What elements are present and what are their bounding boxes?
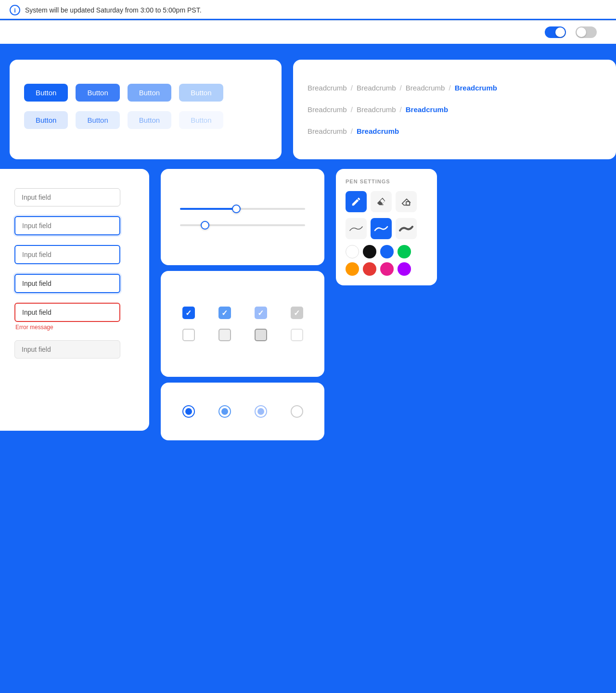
color-blue[interactable] bbox=[380, 245, 394, 258]
btn-secondary-4[interactable]: Button bbox=[179, 111, 223, 129]
bc-sep: / bbox=[351, 127, 353, 135]
pen-tool-pen[interactable] bbox=[346, 191, 367, 212]
error-message: Error message bbox=[15, 324, 135, 331]
pen-tool-eraser-s[interactable] bbox=[371, 191, 392, 212]
input-group-error: Error message bbox=[14, 303, 135, 331]
notification-text: System will be updated Saturday from 3:0… bbox=[25, 6, 202, 14]
bc-sep: / bbox=[351, 105, 353, 114]
checkbox-unchecked-4[interactable] bbox=[291, 329, 303, 341]
color-purple[interactable] bbox=[398, 262, 411, 276]
input-group-disabled bbox=[14, 340, 135, 359]
stroke-thick[interactable] bbox=[396, 218, 417, 239]
radio-selected-med[interactable] bbox=[218, 405, 231, 418]
radio-panel bbox=[161, 383, 324, 440]
checkbox-unchecked-1[interactable] bbox=[182, 329, 195, 341]
pen-strokes-row bbox=[346, 218, 427, 239]
bc-item: Breadcrumb bbox=[308, 127, 347, 135]
bc-active[interactable]: Breadcrumb bbox=[357, 127, 399, 135]
slider-2[interactable] bbox=[180, 224, 305, 226]
bc-sep: / bbox=[400, 105, 402, 114]
btn-primary-3[interactable]: Button bbox=[128, 84, 171, 102]
breadcrumb-panel: Breadcrumb / Breadcrumb / Breadcrumb / B… bbox=[293, 60, 616, 159]
bc-sep: / bbox=[449, 84, 450, 92]
checkbox-checked-blue[interactable]: ✓ bbox=[182, 307, 195, 319]
color-red[interactable] bbox=[363, 262, 376, 276]
color-black[interactable] bbox=[363, 245, 376, 258]
input-group-focused bbox=[14, 216, 135, 235]
slider-1[interactable] bbox=[180, 208, 305, 210]
bc-item: Breadcrumb bbox=[357, 105, 396, 114]
breadcrumb-row-3: Breadcrumb / Breadcrumb bbox=[308, 127, 602, 135]
checkbox-unchecked-2[interactable] bbox=[218, 329, 231, 341]
checkbox-checked-med[interactable]: ✓ bbox=[218, 307, 231, 319]
btn-primary-2[interactable]: Button bbox=[76, 84, 119, 102]
input-focused[interactable] bbox=[14, 216, 120, 235]
btn-primary-1[interactable]: Button bbox=[24, 84, 68, 102]
input-disabled bbox=[14, 340, 120, 359]
bc-item: Breadcrumb bbox=[406, 84, 445, 92]
pen-settings-panel: PEN SETTINGS bbox=[336, 169, 437, 285]
button-row-solid: Button Button Button Button bbox=[24, 84, 267, 102]
info-icon: i bbox=[10, 5, 20, 15]
input-group-default bbox=[14, 188, 135, 206]
pen-tool-eraser-l[interactable] bbox=[396, 191, 417, 212]
radio-selected-light[interactable] bbox=[255, 405, 267, 418]
input-error[interactable] bbox=[14, 303, 120, 322]
color-pink[interactable] bbox=[380, 262, 394, 276]
btn-secondary-1[interactable]: Button bbox=[24, 111, 68, 129]
checkbox-checked-gray[interactable]: ✓ bbox=[291, 307, 303, 319]
bc-item: Breadcrumb bbox=[308, 84, 347, 92]
breadcrumb-row-2: Breadcrumb / Breadcrumb / Breadcrumb bbox=[308, 105, 602, 114]
color-row-1 bbox=[346, 245, 427, 258]
buttons-panel: Button Button Button Button Button Butto… bbox=[10, 60, 282, 159]
bc-active[interactable]: Breadcrumb bbox=[406, 105, 448, 114]
color-green[interactable] bbox=[398, 245, 411, 258]
checkbox-unchecked-3[interactable] bbox=[255, 329, 267, 341]
inputs-panel: Error message bbox=[0, 169, 149, 431]
stroke-medium[interactable] bbox=[371, 218, 392, 239]
input-group-active bbox=[14, 245, 135, 264]
notification-bar: i System will be updated Saturday from 3… bbox=[0, 0, 616, 21]
input-typing[interactable] bbox=[14, 274, 120, 293]
button-row-light: Button Button Button Button bbox=[24, 111, 267, 129]
pen-tools-row bbox=[346, 191, 427, 212]
bc-sep: / bbox=[400, 84, 402, 92]
sliders-panel bbox=[161, 169, 324, 265]
toggle-on[interactable] bbox=[545, 26, 566, 38]
btn-secondary-3[interactable]: Button bbox=[128, 111, 171, 129]
toggle-off[interactable] bbox=[576, 26, 597, 38]
btn-primary-4[interactable]: Button bbox=[179, 84, 223, 102]
input-group-typing bbox=[14, 274, 135, 293]
breadcrumb-row-1: Breadcrumb / Breadcrumb / Breadcrumb / B… bbox=[308, 84, 602, 92]
color-row-2 bbox=[346, 262, 427, 276]
input-active[interactable] bbox=[14, 245, 120, 264]
checkbox-checked-light[interactable]: ✓ bbox=[255, 307, 267, 319]
radio-unselected[interactable] bbox=[291, 405, 303, 418]
checkboxes-panel: ✓ ✓ ✓ ✓ bbox=[161, 271, 324, 377]
color-orange[interactable] bbox=[346, 262, 359, 276]
radio-selected-blue[interactable] bbox=[182, 405, 195, 418]
bc-sep: / bbox=[351, 84, 353, 92]
pen-settings-title: PEN SETTINGS bbox=[346, 179, 427, 184]
bc-item: Breadcrumb bbox=[308, 105, 347, 114]
stroke-thin[interactable] bbox=[346, 218, 367, 239]
btn-secondary-2[interactable]: Button bbox=[76, 111, 119, 129]
color-white[interactable] bbox=[346, 245, 359, 258]
bc-active[interactable]: Breadcrumb bbox=[455, 84, 497, 92]
input-default[interactable] bbox=[14, 188, 120, 206]
bc-item: Breadcrumb bbox=[357, 84, 396, 92]
